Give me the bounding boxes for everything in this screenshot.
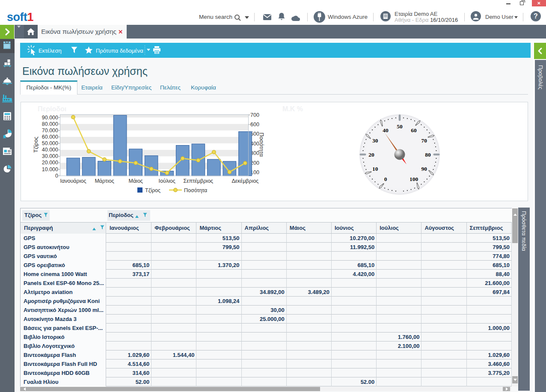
svg-text:700: 700 (250, 112, 259, 118)
svg-text:600: 600 (250, 122, 259, 128)
svg-text:90.000: 90.000 (42, 115, 58, 121)
svg-text:0: 0 (384, 176, 387, 182)
svg-text:Σεπτέμβριος: Σεπτέμβριος (183, 178, 213, 184)
svg-text:Περίοδοι: Περίοδοι (38, 105, 66, 113)
svg-text:Μ.Κ %: Μ.Κ % (282, 105, 303, 113)
svg-text:Ιανουάριος: Ιανουάριος (60, 178, 86, 184)
svg-text:100: 100 (410, 176, 418, 182)
svg-text:80.000: 80.000 (42, 121, 58, 127)
svg-text:Τζίρος: Τζίρος (145, 187, 160, 193)
svg-text:Ιούλιος: Ιούλιος (159, 178, 175, 184)
svg-text:60: 60 (411, 127, 417, 134)
svg-text:70: 70 (421, 137, 427, 144)
svg-text:Ποσότητα: Ποσότητα (184, 187, 207, 193)
svg-text:80: 80 (425, 151, 431, 158)
svg-text:20.000: 20.000 (42, 160, 58, 166)
svg-text:60.000: 60.000 (42, 134, 58, 140)
svg-text:90: 90 (421, 166, 427, 172)
svg-text:0: 0 (55, 173, 58, 179)
svg-text:Μάρτιος: Μάρτιος (95, 178, 114, 184)
svg-text:Ποσότητα: Ποσότητα (258, 133, 265, 157)
svg-text:50: 50 (397, 123, 403, 130)
svg-text:30: 30 (372, 137, 378, 144)
svg-text:10: 10 (372, 166, 378, 172)
svg-text:50.000: 50.000 (42, 140, 58, 146)
svg-text:20: 20 (368, 151, 374, 158)
svg-text:10.000: 10.000 (42, 166, 58, 172)
svg-text:70.000: 70.000 (42, 128, 58, 134)
svg-text:Μάιος: Μάιος (128, 178, 142, 184)
svg-text:30.000: 30.000 (42, 153, 58, 159)
svg-text:40: 40 (383, 127, 389, 134)
svg-text:Δεκέμβριος: Δεκέμβριος (231, 178, 258, 184)
svg-text:Τζίρος: Τζίρος (33, 137, 39, 152)
svg-text:40.000: 40.000 (42, 147, 58, 153)
